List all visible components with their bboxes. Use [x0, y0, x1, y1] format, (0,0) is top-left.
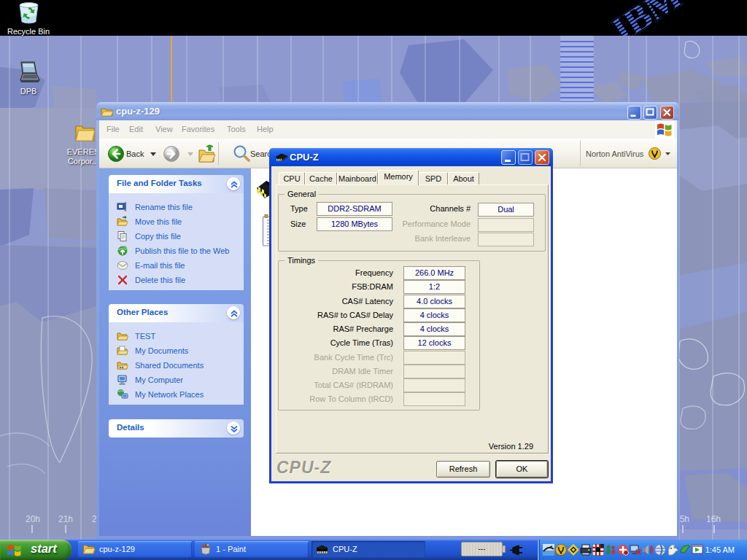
svg-text:21h: 21h — [58, 514, 73, 524]
svg-text:16h: 16h — [706, 514, 721, 524]
svg-text:20h: 20h — [26, 514, 40, 524]
